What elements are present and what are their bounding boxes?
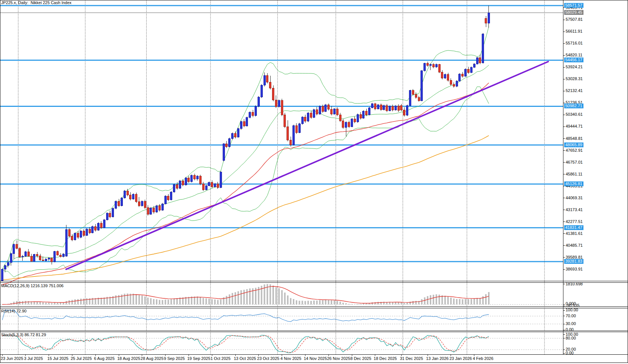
price-axis-label: 47652.91 <box>566 148 583 153</box>
macd-axis-label: 1810.698 <box>566 282 583 286</box>
price-axis-label: 38693.91 <box>566 267 583 272</box>
price-axis-label: 53924.21 <box>566 65 583 69</box>
date-label: 28 Aug 2025 <box>141 356 164 361</box>
date-label: 25 Jul 2025 <box>71 356 92 361</box>
price-line-label: 39281.83 <box>564 259 583 264</box>
date-label: 1 Oct 2025 <box>210 356 230 361</box>
price-axis-label: 40485.71 <box>566 243 583 248</box>
date-label: 3 Jul 2025 <box>24 356 43 361</box>
chart-title: JP225.x, Daily: Nikkei 225 Cash Index <box>1 0 72 5</box>
date-label: 4 Feb 2026 <box>473 356 494 361</box>
price-axis-label: 57507.81 <box>566 17 583 22</box>
price-line-label: 58571.57 <box>564 3 583 8</box>
stoch-axis-label: 0.00 <box>566 351 573 355</box>
price-line-label: 48065.89 <box>564 142 583 147</box>
price-axis-label: 52132.41 <box>566 88 583 93</box>
price-axis-label: 43173.41 <box>566 207 583 212</box>
date-label: 8 Dec 2025 <box>350 356 371 361</box>
date-label: 19 Sep 2025 <box>187 356 210 361</box>
chart-canvas[interactable] <box>0 0 628 364</box>
date-label: 23 Jun 2025 <box>1 356 23 361</box>
price-axis-label: 41381.61 <box>566 231 583 236</box>
macd-indicator-label: MACD(12,26,9) 1216.139 751.006 <box>1 283 63 288</box>
price-line-label: 50982.71 <box>564 104 583 108</box>
rsi-axis-label: 30.00 <box>566 321 576 326</box>
rsi-indicator-label: RSI(14) 72.90 <box>1 309 26 313</box>
date-label: 9 Sep 2025 <box>164 356 185 361</box>
price-line-label: 45126.81 <box>564 181 583 186</box>
price-axis-label: 53028.31 <box>566 76 583 81</box>
stoch-indicator-label: Stoch(5,3,3) 86.72 81.29 <box>1 332 46 337</box>
price-line-label: 41831.47 <box>564 225 583 230</box>
rsi-axis-label: 100.00 <box>566 308 578 312</box>
date-label: 4 Nov 2025 <box>281 356 301 361</box>
date-label: 13 Oct 2025 <box>234 356 256 361</box>
price-axis-label: 42277.51 <box>566 219 583 224</box>
price-axis-label: 56611.91 <box>566 29 582 34</box>
date-label: 18 Aug 2025 <box>117 356 140 361</box>
mt4-chart-window: JP225.x, Daily: Nikkei 225 Cash Index MA… <box>0 0 628 364</box>
price-axis-label: 49444.71 <box>566 124 583 129</box>
date-label: 23 Oct 2025 <box>257 356 279 361</box>
price-line-label: 54456.17 <box>564 58 583 62</box>
stoch-axis-label: 80.00 <box>566 336 576 341</box>
date-label: 23 Jan 2026 <box>449 356 472 361</box>
current-price-label: 58029.45 <box>564 10 583 15</box>
rsi-axis-label: 70.00 <box>566 314 576 318</box>
date-label: 6 Aug 2025 <box>94 356 115 361</box>
price-axis-label: 54820.11 <box>566 53 582 58</box>
date-label: 18 Dec 2025 <box>374 356 397 361</box>
price-axis-label: 55716.01 <box>566 41 583 46</box>
price-axis-label: 46757.01 <box>566 160 583 165</box>
price-axis-label: 50340.61 <box>566 112 583 117</box>
date-label: 14 Nov 2025 <box>304 356 327 361</box>
date-label: 26 Nov 2025 <box>327 356 350 361</box>
date-label: 13 Jan 2026 <box>426 356 449 361</box>
price-axis-label: 45861.11 <box>566 172 582 177</box>
date-label: 31 Dec 2025 <box>400 356 423 361</box>
rsi-axis-label: 0.00 <box>566 327 573 332</box>
price-axis-label: 44069.31 <box>566 196 583 200</box>
date-label: 15 Jul 2025 <box>48 356 69 361</box>
price-axis-label: 48548.81 <box>566 136 583 141</box>
